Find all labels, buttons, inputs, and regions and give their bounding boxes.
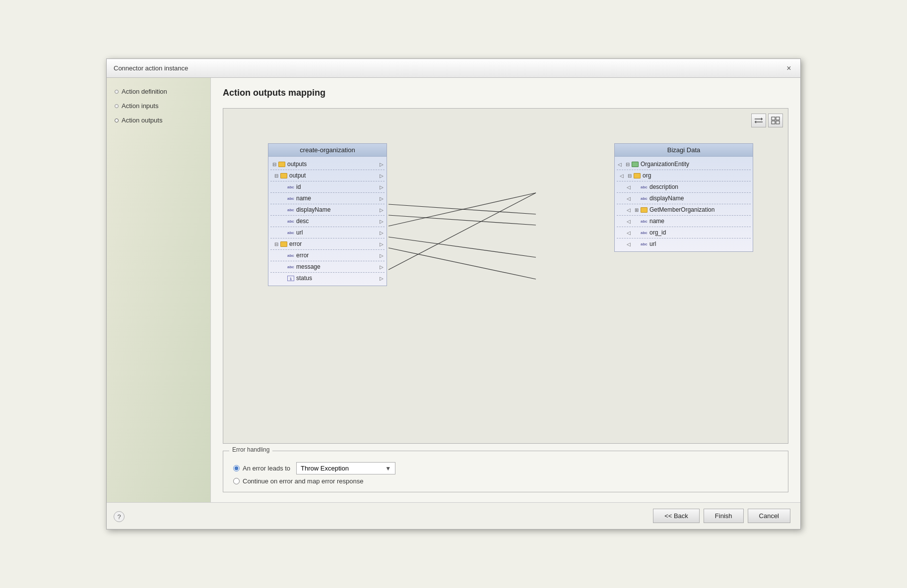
error-row-2: Continue on error and map error response xyxy=(233,477,778,485)
finish-button[interactable]: Finish xyxy=(704,509,744,523)
expand-icon[interactable]: ⊟ xyxy=(273,241,279,247)
node-label: displayName xyxy=(649,195,684,202)
dialog-body: Action definition Action inputs Action o… xyxy=(107,78,800,502)
sidebar-item-action-definition[interactable]: Action definition xyxy=(115,88,202,95)
dropdown-arrow-icon: ▼ xyxy=(385,465,391,472)
tree-row: abc id ▷ xyxy=(279,181,385,192)
svg-rect-6 xyxy=(772,121,775,124)
abc-icon: abc xyxy=(641,230,648,235)
node-label: OrganizationEntity xyxy=(641,161,689,168)
node-label: name xyxy=(649,218,664,225)
svg-rect-5 xyxy=(776,117,779,120)
svg-line-10 xyxy=(389,193,536,226)
svg-line-12 xyxy=(389,248,536,279)
arrow-left-icon: ◁ xyxy=(627,207,631,213)
tree-row: ◁ ⊞ GetMemberOrganization xyxy=(626,204,751,215)
tree-row: abc desc ▷ xyxy=(279,216,385,227)
expand-icon[interactable]: ⊟ xyxy=(627,173,633,178)
error-leads-to-text: An error leads to xyxy=(243,465,290,472)
cancel-button[interactable]: Cancel xyxy=(748,509,790,523)
dropdown-value: Throw Exception xyxy=(301,465,349,472)
arrow-right-icon: ▷ xyxy=(380,173,384,178)
tree-row: ◁ abc displayName xyxy=(626,193,751,204)
arrow-right-icon: ▷ xyxy=(380,184,384,190)
tree-row: ⊟ error ▷ xyxy=(272,238,385,249)
connector-action-dialog: Connector action instance × Action defin… xyxy=(106,59,801,529)
abc-icon: abc xyxy=(641,196,648,201)
folder-icon xyxy=(278,162,285,167)
arrow-right-icon: ▷ xyxy=(380,196,384,201)
abc-icon: abc xyxy=(287,264,294,270)
main-content: Action outputs mapping xyxy=(211,78,800,502)
num-icon: 1 xyxy=(287,276,294,281)
svg-marker-3 xyxy=(755,120,756,123)
tree-row: ⊟ outputs ▷ xyxy=(270,159,385,170)
node-label: message xyxy=(296,263,321,270)
dialog-titlebar: Connector action instance × xyxy=(107,59,800,78)
folder-icon xyxy=(634,173,641,178)
arrow-right-icon: ▷ xyxy=(380,162,384,167)
arrow-right-icon: ▷ xyxy=(380,207,384,213)
mapping-canvas: create-organization ⊟ outputs ▷ xyxy=(228,128,783,347)
layout-grid-icon xyxy=(771,117,780,124)
svg-line-13 xyxy=(389,193,536,270)
sidebar-item-action-outputs[interactable]: Action outputs xyxy=(115,117,202,124)
continue-on-error-label[interactable]: Continue on error and map error response xyxy=(233,477,364,485)
tree-row: 1 status ▷ xyxy=(279,273,385,284)
left-box-body: ⊟ outputs ▷ ⊟ output ▷ xyxy=(268,157,387,286)
expand-icon[interactable]: ⊟ xyxy=(271,162,277,167)
throw-exception-dropdown[interactable]: Throw Exception ▼ xyxy=(296,462,395,474)
tree-row: abc message ▷ xyxy=(279,261,385,272)
back-button[interactable]: << Back xyxy=(653,509,700,523)
node-label: description xyxy=(649,183,678,190)
bullet-icon xyxy=(115,118,119,122)
error-leads-to-radio[interactable] xyxy=(233,465,240,471)
expand-icon[interactable]: ⊞ xyxy=(634,207,640,213)
expand-icon[interactable]: ⊟ xyxy=(273,173,279,178)
arrow-right-icon: ▷ xyxy=(380,253,384,258)
right-tree-box: Bizagi Data ◁ ⊟ OrganizationEntity xyxy=(614,143,753,252)
error-handling-legend: Error handling xyxy=(229,446,272,453)
entity-icon xyxy=(632,162,639,167)
arrow-left-icon: ◁ xyxy=(627,184,631,190)
expand-icon[interactable]: ⊟ xyxy=(625,162,631,167)
tree-row: ◁ abc description xyxy=(626,181,751,192)
abc-icon: abc xyxy=(287,230,294,235)
mapping-area: create-organization ⊟ outputs ▷ xyxy=(223,108,788,444)
node-label: name xyxy=(296,195,311,202)
abc-icon: abc xyxy=(641,219,648,224)
arrow-left-icon: ◁ xyxy=(618,162,622,167)
sidebar-item-action-inputs[interactable]: Action inputs xyxy=(115,102,202,110)
arrow-right-icon: ▷ xyxy=(380,219,384,224)
arrow-right-icon: ▷ xyxy=(380,241,384,247)
close-button[interactable]: × xyxy=(784,64,793,73)
sidebar-item-label: Action inputs xyxy=(122,102,158,110)
abc-icon: abc xyxy=(287,253,294,258)
left-box-header: create-organization xyxy=(268,144,387,157)
sidebar-item-label: Action outputs xyxy=(122,117,162,124)
svg-rect-7 xyxy=(776,121,779,124)
layout-icon-button[interactable] xyxy=(768,114,783,127)
continue-on-error-text: Continue on error and map error response xyxy=(243,477,364,485)
node-label: id xyxy=(296,183,301,190)
page-title: Action outputs mapping xyxy=(223,88,788,98)
abc-icon: abc xyxy=(287,207,294,213)
arrow-right-icon: ▷ xyxy=(380,230,384,235)
left-tree-box: create-organization ⊟ outputs ▷ xyxy=(268,143,387,286)
help-button[interactable]: ? xyxy=(114,511,125,522)
mapping-icon-button[interactable] xyxy=(751,114,766,127)
toolbar-icons xyxy=(751,114,783,127)
folder-icon xyxy=(280,173,287,178)
node-label: outputs xyxy=(287,161,307,168)
node-label: org xyxy=(643,172,651,179)
sidebar-item-label: Action definition xyxy=(122,88,167,95)
node-label: displayName xyxy=(296,206,330,213)
arrow-right-icon: ▷ xyxy=(380,264,384,270)
abc-icon: abc xyxy=(287,184,294,190)
error-handling-section: Error handling An error leads to Throw E… xyxy=(223,451,788,492)
node-label: desc xyxy=(296,218,309,225)
continue-on-error-radio[interactable] xyxy=(233,478,240,484)
node-label: GetMemberOrganization xyxy=(649,206,714,213)
error-leads-to-label[interactable]: An error leads to xyxy=(233,465,290,472)
arrow-right-icon: ▷ xyxy=(380,276,384,281)
